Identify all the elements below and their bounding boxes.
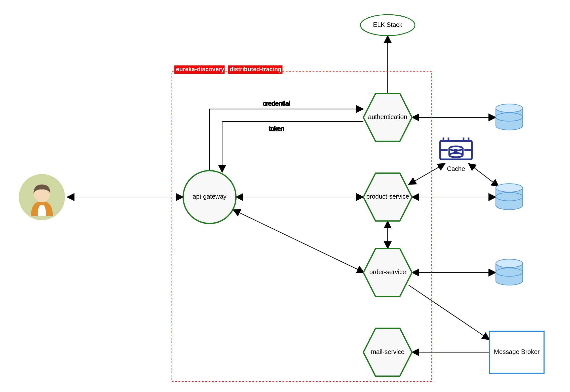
db-product — [496, 184, 523, 209]
node-broker: Message Broker — [489, 331, 544, 373]
boundary-tag-1: eureka-discovery — [176, 66, 224, 73]
edge-credential-label: credential — [263, 100, 290, 107]
edge-gateway-order — [233, 210, 364, 273]
architecture-diagram: credential token eureka-discovery — [0, 0, 570, 390]
edge-token-label: token — [269, 125, 284, 132]
node-broker-label: Message Broker — [494, 348, 540, 355]
node-gateway: api-gateway — [183, 171, 236, 224]
node-auth: authentication — [363, 93, 412, 141]
svg-text:R: R — [454, 148, 458, 155]
node-mail: mail-service — [363, 328, 412, 376]
node-auth-label: authentication — [368, 113, 407, 120]
redis-icon: R — [440, 137, 472, 159]
user-icon — [19, 174, 65, 220]
edge-credential — [210, 109, 363, 171]
node-elk: ELK Stack — [360, 15, 415, 35]
edge-order-broker — [409, 285, 489, 340]
node-elk-label: ELK Stack — [373, 21, 402, 28]
node-order: order-service — [363, 249, 412, 297]
edges: credential token — [67, 36, 499, 352]
node-cache: R Cache — [440, 137, 472, 172]
node-gateway-label: api-gateway — [193, 193, 226, 200]
node-product-label: product-service — [366, 193, 409, 200]
boundary-tag-2: distributed-tracing — [230, 66, 282, 73]
edge-product-cache — [409, 164, 445, 185]
edge-cache-db — [469, 164, 499, 187]
node-cache-label: Cache — [447, 165, 465, 172]
node-order-label: order-service — [369, 268, 406, 275]
db-order — [496, 259, 523, 285]
edge-token — [222, 122, 363, 172]
db-auth — [496, 104, 523, 130]
node-product: product-service — [363, 173, 412, 221]
node-mail-label: mail-service — [371, 348, 404, 355]
